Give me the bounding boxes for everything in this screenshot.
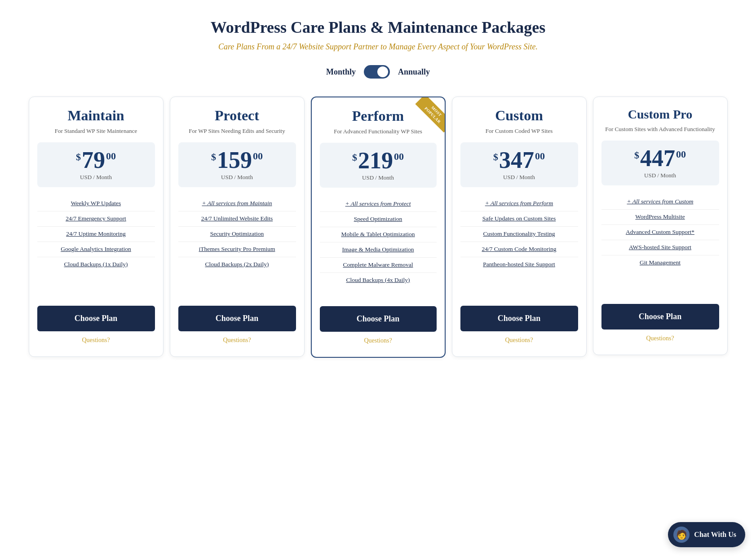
plan-name-custom: Custom bbox=[460, 108, 578, 123]
plan-name-protect: Protect bbox=[178, 108, 296, 123]
plan-card-custom_pro: Custom Pro For Custom Sites with Advance… bbox=[593, 97, 728, 355]
price-box-perform: $ 219 00 USD / Month bbox=[320, 143, 437, 188]
feature-item: + All services from Maintain bbox=[178, 196, 296, 211]
page-subtitle: Care Plans From a 24/7 Website Support P… bbox=[9, 42, 747, 52]
features-list-protect: + All services from Maintain24/7 Unlimit… bbox=[178, 196, 296, 295]
chat-avatar-icon: 🧑 bbox=[673, 527, 690, 543]
billing-toggle[interactable] bbox=[364, 65, 390, 79]
price-dollar-custom: $ bbox=[493, 152, 498, 162]
plan-card-protect: Protect For WP Sites Needing Edits and S… bbox=[170, 97, 305, 357]
feature-item: 24/7 Custom Code Monitoring bbox=[460, 242, 578, 257]
feature-item: Security Optimization bbox=[178, 227, 296, 242]
feature-item: Cloud Backups (1x Daily) bbox=[37, 257, 155, 272]
feature-item: Custom Functionality Testing bbox=[460, 227, 578, 242]
plan-desc-custom_pro: For Custom Sites with Advanced Functiona… bbox=[601, 125, 719, 133]
features-list-perform: + All services from ProtectSpeed Optimiz… bbox=[320, 197, 437, 295]
plan-name-maintain: Maintain bbox=[37, 108, 155, 123]
feature-item: WordPress Multisite bbox=[601, 210, 719, 225]
feature-item: Mobile & Tablet Optimization bbox=[320, 227, 437, 242]
questions-link-maintain[interactable]: Questions? bbox=[37, 337, 155, 344]
feature-item: 24/7 Unlimited Website Edits bbox=[178, 211, 296, 227]
price-box-custom_pro: $ 447 00 USD / Month bbox=[601, 141, 719, 185]
choose-plan-button-maintain[interactable]: Choose Plan bbox=[37, 306, 155, 331]
features-list-custom: + All services from PerformSafe Updates … bbox=[460, 196, 578, 295]
feature-item: + All services from Custom bbox=[601, 194, 719, 210]
feature-item: + All services from Protect bbox=[320, 197, 437, 212]
plan-desc-custom: For Custom Coded WP Sites bbox=[460, 127, 578, 135]
price-amount-custom_pro: 447 bbox=[640, 147, 675, 170]
price-cents-protect: 00 bbox=[253, 151, 263, 161]
plan-desc-maintain: For Standard WP Site Maintenance bbox=[37, 127, 155, 135]
plan-card-perform: MOSTPOPULAR Perform For Advanced Functio… bbox=[311, 97, 446, 358]
chat-widget[interactable]: 🧑 Chat With Us bbox=[668, 522, 745, 547]
choose-plan-button-perform[interactable]: Choose Plan bbox=[320, 306, 437, 332]
price-period-protect: USD / Month bbox=[183, 174, 292, 181]
plan-card-maintain: Maintain For Standard WP Site Maintenanc… bbox=[29, 97, 164, 357]
questions-link-custom_pro[interactable]: Questions? bbox=[601, 335, 719, 342]
price-cents-custom_pro: 00 bbox=[676, 149, 686, 159]
price-period-maintain: USD / Month bbox=[42, 174, 150, 181]
price-amount-custom: 347 bbox=[499, 149, 534, 172]
choose-plan-button-protect[interactable]: Choose Plan bbox=[178, 306, 296, 331]
price-box-maintain: $ 79 00 USD / Month bbox=[37, 142, 155, 187]
questions-link-perform[interactable]: Questions? bbox=[320, 337, 437, 344]
feature-item: Complete Malware Removal bbox=[320, 258, 437, 273]
price-amount-perform: 219 bbox=[358, 149, 393, 172]
feature-item: Advanced Custom Support* bbox=[601, 225, 719, 240]
feature-item: Google Analytics Integration bbox=[37, 242, 155, 257]
questions-link-protect[interactable]: Questions? bbox=[178, 337, 296, 344]
feature-item: iThemes Security Pro Premium bbox=[178, 242, 296, 257]
billing-toggle-group: Monthly Annually bbox=[9, 65, 747, 79]
annually-label: Annually bbox=[398, 67, 430, 77]
price-dollar-perform: $ bbox=[352, 153, 357, 163]
most-popular-ribbon: MOSTPOPULAR bbox=[404, 97, 445, 138]
choose-plan-button-custom[interactable]: Choose Plan bbox=[460, 306, 578, 331]
feature-item: Cloud Backups (4x Daily) bbox=[320, 273, 437, 288]
price-cents-perform: 00 bbox=[394, 152, 404, 162]
price-box-protect: $ 159 00 USD / Month bbox=[178, 142, 296, 187]
price-cents-maintain: 00 bbox=[106, 151, 116, 161]
choose-plan-button-custom_pro[interactable]: Choose Plan bbox=[601, 304, 719, 330]
plan-card-custom: Custom For Custom Coded WP Sites $ 347 0… bbox=[452, 97, 587, 357]
price-dollar-maintain: $ bbox=[76, 152, 81, 162]
feature-item: Image & Media Optimization bbox=[320, 242, 437, 258]
chat-widget-label: Chat With Us bbox=[694, 531, 736, 539]
feature-item: Git Management bbox=[601, 255, 719, 270]
page-header: WordPress Care Plans & Maintenance Packa… bbox=[9, 18, 747, 52]
feature-item: Cloud Backups (2x Daily) bbox=[178, 257, 296, 272]
plans-container: Maintain For Standard WP Site Maintenanc… bbox=[19, 97, 738, 358]
price-amount-protect: 159 bbox=[217, 149, 252, 172]
price-dollar-custom_pro: $ bbox=[634, 150, 639, 160]
feature-item: Speed Optimization bbox=[320, 212, 437, 227]
plan-name-custom_pro: Custom Pro bbox=[601, 108, 719, 122]
feature-item: + All services from Perform bbox=[460, 196, 578, 211]
price-period-perform: USD / Month bbox=[324, 174, 432, 181]
price-period-custom_pro: USD / Month bbox=[606, 172, 715, 179]
features-list-custom_pro: + All services from CustomWordPress Mult… bbox=[601, 194, 719, 293]
price-dollar-protect: $ bbox=[211, 152, 216, 162]
most-popular-label: MOSTPOPULAR bbox=[415, 97, 445, 133]
feature-item: 24/7 Uptime Monitoring bbox=[37, 227, 155, 242]
feature-item: AWS-hosted Site Support bbox=[601, 240, 719, 255]
price-box-custom: $ 347 00 USD / Month bbox=[460, 142, 578, 187]
price-amount-maintain: 79 bbox=[82, 149, 105, 172]
page-title: WordPress Care Plans & Maintenance Packa… bbox=[9, 18, 747, 37]
features-list-maintain: Weekly WP Updates24/7 Emergency Support2… bbox=[37, 196, 155, 295]
feature-item: Safe Updates on Custom Sites bbox=[460, 211, 578, 227]
feature-item: 24/7 Emergency Support bbox=[37, 211, 155, 227]
feature-item: Pantheon-hosted Site Support bbox=[460, 257, 578, 272]
price-period-custom: USD / Month bbox=[465, 174, 574, 181]
toggle-thumb bbox=[377, 66, 388, 77]
price-cents-custom: 00 bbox=[535, 151, 545, 161]
plan-desc-protect: For WP Sites Needing Edits and Security bbox=[178, 127, 296, 135]
questions-link-custom[interactable]: Questions? bbox=[460, 337, 578, 344]
monthly-label: Monthly bbox=[326, 67, 356, 77]
feature-item: Weekly WP Updates bbox=[37, 196, 155, 211]
